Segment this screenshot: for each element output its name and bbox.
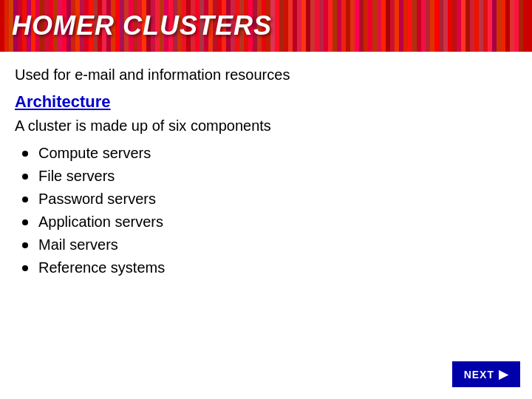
- next-button[interactable]: NEXT ▶: [452, 361, 520, 387]
- bullet-icon: [22, 197, 28, 202]
- next-label: NEXT: [464, 369, 494, 381]
- list-item-text: Password servers: [38, 191, 156, 208]
- list-item-text: Compute servers: [38, 145, 151, 162]
- main-content: Used for e-mail and information resource…: [0, 52, 532, 294]
- list-item: File servers: [15, 165, 517, 188]
- list-item: Reference systems: [15, 256, 517, 279]
- list-item-text: Mail servers: [38, 236, 118, 253]
- cluster-description: A cluster is made up of six components: [15, 117, 517, 134]
- list-item: Application servers: [15, 211, 517, 233]
- intro-text: Used for e-mail and information resource…: [15, 66, 517, 83]
- header: HOMER CLUSTERS: [0, 0, 532, 52]
- page-title: HOMER CLUSTERS: [12, 10, 272, 41]
- next-arrow-icon: ▶: [499, 367, 508, 381]
- architecture-heading: Architecture: [15, 92, 517, 112]
- list-item: Compute servers: [15, 142, 517, 165]
- list-item: Password servers: [15, 188, 517, 211]
- bullet-icon: [22, 265, 28, 271]
- bullet-icon: [22, 242, 28, 248]
- bullet-icon: [22, 174, 28, 180]
- bullet-icon: [22, 219, 28, 225]
- list-item: Mail servers: [15, 233, 517, 256]
- list-item-text: File servers: [38, 168, 115, 185]
- list-item-text: Reference systems: [38, 259, 165, 276]
- list-item-text: Application servers: [38, 214, 163, 231]
- bullet-icon: [22, 151, 28, 157]
- component-list: Compute serversFile serversPassword serv…: [15, 142, 517, 279]
